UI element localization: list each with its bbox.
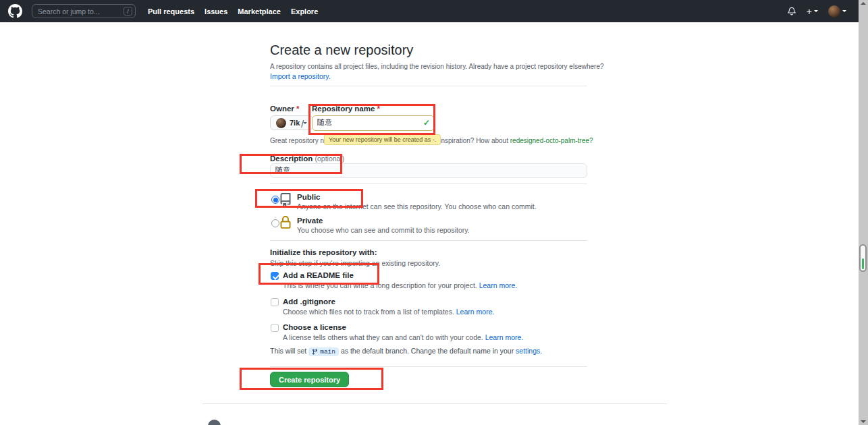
gitignore-learn-more-link[interactable]: Learn more. (456, 308, 495, 316)
owner-name: 7ik (290, 119, 300, 127)
initialize-heading: Initialize this repository with: (270, 248, 377, 256)
nav-issues[interactable]: Issues (205, 7, 227, 16)
divider (270, 240, 587, 241)
gitignore-label[interactable]: Add .gitignore (283, 298, 335, 306)
gitignore-checkbox[interactable] (271, 298, 279, 306)
scroll-up-icon[interactable] (861, 2, 866, 5)
divider (270, 86, 587, 86)
chevron-down-icon (814, 10, 818, 14)
nav-pull-requests[interactable]: Pull requests (148, 7, 194, 16)
license-checkbox[interactable] (271, 324, 279, 332)
repo-name-tooltip: Your new repository will be created as -… (324, 134, 441, 145)
nav-marketplace[interactable]: Marketplace (238, 7, 281, 16)
readme-checkbox[interactable] (271, 272, 279, 280)
create-repository-button[interactable]: Create repository (270, 372, 349, 387)
slash-shortcut-key: / (124, 7, 132, 16)
user-menu-button[interactable] (828, 5, 846, 18)
search-input[interactable] (38, 7, 124, 16)
import-repository-link[interactable]: Import a repository. (270, 72, 331, 80)
skip-step-note: Skip this step if you're importing an ex… (270, 259, 440, 267)
required-asterisk: * (296, 105, 299, 113)
git-branch-icon (312, 349, 318, 355)
nav-explore[interactable]: Explore (291, 7, 318, 16)
public-repo-icon (279, 193, 292, 206)
readme-learn-more-link[interactable]: Learn more. (479, 281, 518, 289)
owner-avatar (276, 118, 286, 128)
scrollbar[interactable] (859, 0, 868, 425)
avatar (828, 5, 840, 18)
optional-tag: (optional) (315, 154, 344, 163)
plus-icon: + (807, 7, 812, 16)
page-title: Create a new repository (270, 42, 413, 58)
gitignore-description: Choose which files not to track from a l… (283, 308, 494, 316)
required-asterisk: * (377, 105, 380, 113)
scroll-down-icon[interactable] (861, 420, 866, 423)
license-label[interactable]: Choose a license (283, 323, 346, 331)
owner-label: Owner * (270, 105, 299, 113)
owner-repo-separator: / (301, 118, 304, 130)
divider (270, 183, 587, 184)
create-new-button[interactable]: + (807, 7, 818, 16)
readme-label[interactable]: Add a README file (283, 271, 354, 279)
bell-icon[interactable] (787, 7, 796, 16)
github-footer-logo-icon (208, 420, 221, 425)
default-branch-note: This will set main as the default branch… (270, 347, 542, 356)
chevron-down-icon (303, 122, 307, 126)
license-learn-more-link[interactable]: Learn more. (485, 333, 524, 341)
description-input[interactable] (275, 166, 582, 174)
private-description: You choose who can see and commit to thi… (297, 226, 470, 234)
license-description: A license tells others what they can and… (283, 333, 523, 341)
github-new-repo-page: / Pull requests Issues Marketplace Explo… (0, 0, 868, 425)
description-label: Description (optional) (270, 154, 344, 163)
private-label[interactable]: Private (297, 217, 323, 225)
owner-select-button[interactable]: 7ik (270, 115, 313, 130)
scrollbar-thumb[interactable] (859, 244, 867, 272)
public-description: Anyone on the internet can see this repo… (297, 202, 537, 210)
valid-check-icon: ✓ (423, 118, 430, 128)
footer-divider (202, 403, 667, 404)
settings-link[interactable]: settings. (516, 347, 542, 355)
page-intro: A repository contains all project files,… (270, 63, 604, 70)
suggested-name-link[interactable]: redesigned-octo-palm-tree? (510, 137, 593, 144)
github-logo-icon[interactable] (8, 4, 22, 18)
chevron-down-icon (842, 10, 846, 14)
top-navigation: Pull requests Issues Marketplace Explore (148, 7, 318, 16)
header-right: + (787, 5, 846, 18)
readme-description: This is where you can write a long descr… (283, 281, 517, 289)
divider (270, 366, 587, 367)
repo-name-field: ✓ (312, 115, 435, 131)
branch-badge: main (308, 347, 339, 356)
search-box[interactable]: / (32, 4, 136, 18)
repo-name-label: Repository name * (312, 105, 380, 113)
scrollbar-thumb-marker (862, 258, 864, 269)
repo-name-input[interactable] (317, 118, 415, 126)
header: / Pull requests Issues Marketplace Explo… (0, 0, 859, 22)
description-field (270, 163, 587, 178)
lock-icon (279, 216, 292, 229)
public-label[interactable]: Public (297, 193, 321, 201)
